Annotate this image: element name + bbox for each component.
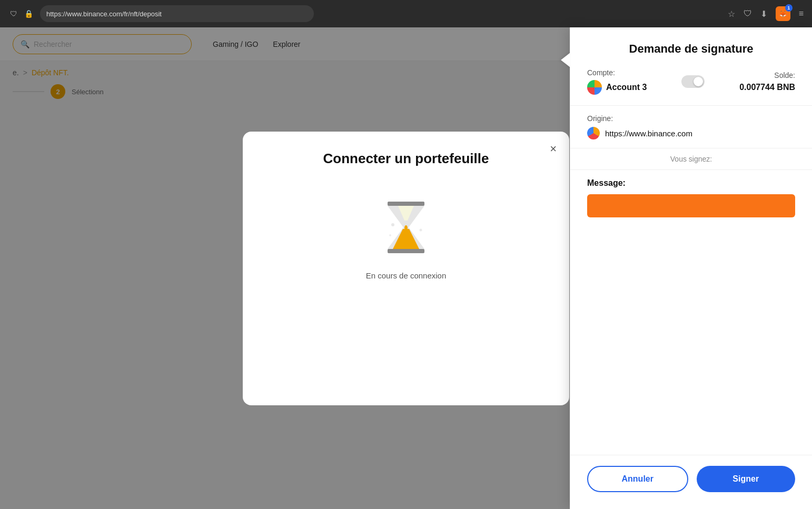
shield-browser-icon[interactable]: 🛡 <box>744 9 752 18</box>
connecting-text: En cours de connexion <box>366 271 447 280</box>
sig-content-area <box>570 226 812 455</box>
connect-wallet-modal: × Connecter un portefeuille <box>243 132 569 405</box>
message-bar <box>587 194 795 217</box>
balance-value: 0.007744 BNB <box>739 83 795 92</box>
hourglass-wrapper: En cours de connexion <box>366 198 447 280</box>
account-name: Account 3 <box>606 83 647 92</box>
sig-message-section: Message: <box>570 169 812 226</box>
svg-point-6 <box>404 225 408 231</box>
address-url: https://www.binance.com/fr/nft/deposit <box>46 10 162 18</box>
solde-section: Solde: 0.007744 BNB <box>739 71 795 92</box>
annuler-button[interactable]: Annuler <box>587 466 688 492</box>
lock-icon: 🔒 <box>23 8 34 19</box>
browser-chrome: 🛡 🔒 https://www.binance.com/fr/nft/depos… <box>0 0 812 27</box>
origin-row: https://www.binance.com <box>587 127 795 139</box>
star-icon[interactable]: ☆ <box>728 9 735 19</box>
extension-badge[interactable]: 🦊 1 <box>776 6 790 21</box>
download-icon[interactable]: ⬇ <box>760 9 767 19</box>
account-toggle[interactable] <box>681 75 705 88</box>
modal-close-button[interactable]: × <box>550 142 557 156</box>
toggle-knob <box>694 77 703 86</box>
address-bar[interactable]: https://www.binance.com/fr/nft/deposit <box>40 5 314 22</box>
panel-arrow <box>561 53 570 67</box>
modal-title: Connecter un portefeuille <box>323 151 489 167</box>
origin-icon <box>587 127 600 139</box>
sig-account-row: Compte: Account 3 Solde: 0.007744 BNB <box>587 68 795 95</box>
vous-signez-label: Vous signez: <box>570 148 812 169</box>
origine-label: Origine: <box>587 114 795 123</box>
compte-label: Compte: <box>587 68 647 77</box>
sig-header: Demande de signature Compte: Account 3 S… <box>570 27 812 106</box>
svg-rect-1 <box>388 249 424 253</box>
svg-rect-0 <box>388 202 424 206</box>
sig-footer: Annuler Signer <box>570 455 812 509</box>
origin-url: https://www.binance.com <box>605 129 692 138</box>
shield-icon: 🛡 <box>8 8 19 19</box>
sig-title: Demande de signature <box>587 42 795 56</box>
svg-point-7 <box>391 223 394 226</box>
svg-point-9 <box>389 234 391 236</box>
account-name-row: Account 3 <box>587 80 647 95</box>
solde-label: Solde: <box>739 71 795 79</box>
svg-point-8 <box>419 228 422 231</box>
hourglass-icon <box>380 198 432 256</box>
account-avatar <box>587 80 602 95</box>
signature-panel: Demande de signature Compte: Account 3 S… <box>570 27 812 509</box>
message-label: Message: <box>587 178 795 188</box>
badge-count: 1 <box>785 4 793 12</box>
page-background: 🔍 Rechercher Gaming / IGO Explorer ≡ e. … <box>0 27 812 509</box>
compte-section: Compte: Account 3 <box>587 68 647 95</box>
menu-icon[interactable]: ≡ <box>799 9 804 18</box>
signer-button[interactable]: Signer <box>697 466 796 492</box>
sig-origin-section: Origine: https://www.binance.com <box>570 106 812 148</box>
